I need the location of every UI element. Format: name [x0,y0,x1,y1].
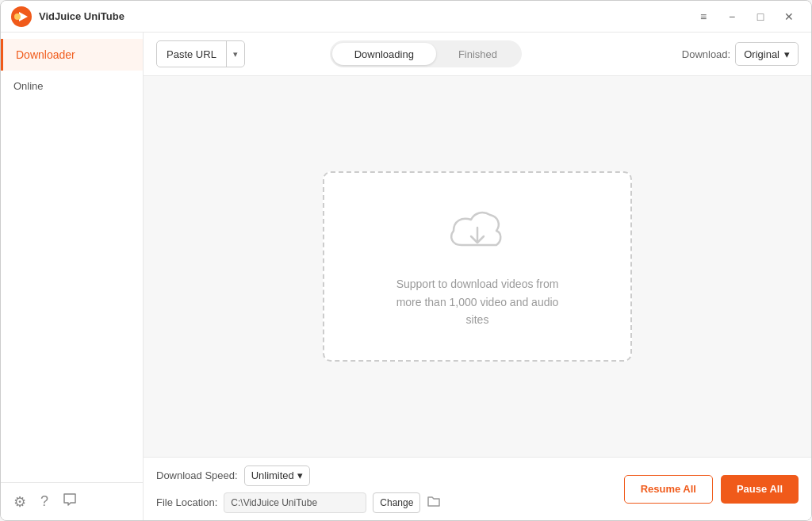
location-row: File Location: Change [156,492,441,513]
paste-url-arrow-icon: ▾ [227,49,244,59]
sidebar-bottom: ⚙ ? [1,482,143,520]
quality-arrow-icon: ▾ [784,48,790,60]
menu-button[interactable]: ≡ [691,7,716,26]
speed-label: Download Speed: [156,469,238,481]
app-title: VidJuice UniTube [39,10,124,22]
speed-row: Download Speed: Unlimited ▾ [156,465,441,486]
speed-dropdown[interactable]: Unlimited ▾ [244,465,310,486]
quality-dropdown[interactable]: Original ▾ [735,42,799,66]
title-bar: VidJuice UniTube ≡ − □ ✕ [1,1,811,33]
speed-arrow-icon: ▾ [297,469,303,481]
sidebar-item-downloader[interactable]: Downloader [1,39,143,71]
chat-icon [63,492,77,507]
download-selector: Download: Original ▾ [682,42,799,66]
change-button[interactable]: Change [373,492,420,513]
sidebar: Downloader Online ⚙ ? [1,33,144,520]
empty-state-text: Support to download videos from more tha… [390,275,565,328]
tab-switcher: Downloading Finished [330,40,522,67]
location-label: File Location: [156,496,217,508]
sidebar-section-online: Online [1,71,143,97]
footer-right: Resume All Pause All [624,475,799,504]
maximize-button[interactable]: □ [748,7,773,26]
svg-point-2 [14,13,21,20]
footer: Download Speed: Unlimited ▾ File Locatio… [144,457,811,520]
paste-url-button[interactable]: Paste URL ▾ [156,40,245,67]
pause-all-button[interactable]: Pause All [721,475,799,504]
tab-downloading[interactable]: Downloading [332,43,436,65]
main-layout: Downloader Online ⚙ ? Pa [1,33,811,520]
sidebar-nav: Downloader Online [1,33,143,97]
tab-finished[interactable]: Finished [436,43,519,65]
folder-icon-button[interactable] [427,494,441,511]
cloud-download-icon [446,204,509,262]
title-bar-controls: ≡ − □ ✕ [691,7,802,26]
content-area: Paste URL ▾ Downloading Finished Downloa… [144,33,811,520]
app-logo-icon [10,6,33,28]
help-icon-button[interactable]: ? [40,493,48,510]
settings-icon-button[interactable]: ⚙ [13,493,26,511]
chat-icon-button[interactable] [63,492,77,511]
title-bar-left: VidJuice UniTube [10,6,124,28]
resume-all-button[interactable]: Resume All [624,475,713,504]
file-location-input[interactable] [224,492,366,513]
content-zone: Support to download videos from more tha… [144,76,811,457]
empty-state-box: Support to download videos from more tha… [323,171,632,362]
folder-icon [427,494,441,508]
toolbar: Paste URL ▾ Downloading Finished Downloa… [144,33,811,76]
footer-left: Download Speed: Unlimited ▾ File Locatio… [156,465,441,513]
close-button[interactable]: ✕ [776,7,802,26]
minimize-button[interactable]: − [719,7,745,26]
